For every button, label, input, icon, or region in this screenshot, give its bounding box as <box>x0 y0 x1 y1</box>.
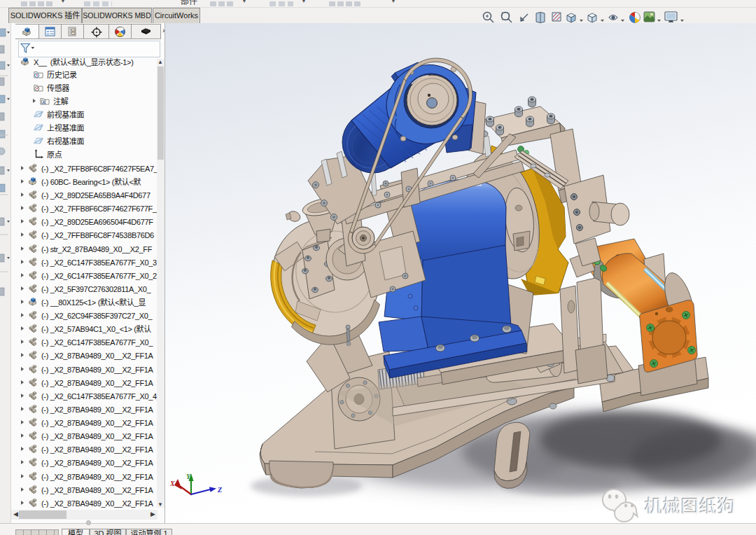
svg-text:Y: Y <box>186 473 191 480</box>
svg-text:X: X <box>169 480 175 487</box>
svg-text:Z: Z <box>217 486 222 494</box>
